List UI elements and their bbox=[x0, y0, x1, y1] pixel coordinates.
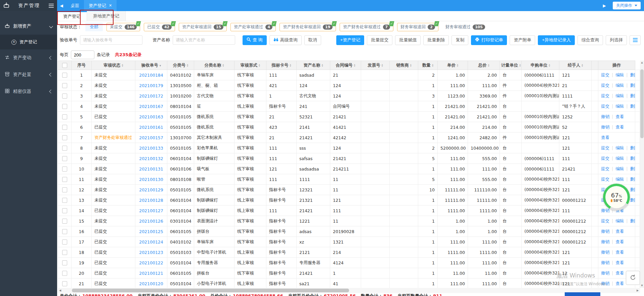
column-header[interactable]: 销售商▴▾▾ bbox=[390, 61, 418, 70]
tab-desktop[interactable]: 桌面 bbox=[66, 0, 84, 11]
row-checkbox[interactable] bbox=[62, 198, 67, 203]
row-checkbox[interactable] bbox=[62, 250, 67, 255]
column-header[interactable]: 序号▴▾▾ bbox=[72, 61, 92, 70]
batch-assign-button[interactable]: 批量赋值 bbox=[395, 35, 421, 45]
asset-name-input[interactable] bbox=[173, 35, 235, 45]
row-checkbox[interactable] bbox=[62, 260, 67, 265]
print-registration-button[interactable]: 打印登记单 bbox=[471, 35, 507, 45]
action-link[interactable]: 删除 bbox=[624, 156, 635, 161]
tabs-scroll-left-icon[interactable]: ◀ bbox=[57, 0, 66, 11]
column-header[interactable]: 经手人▴▾▾ bbox=[559, 61, 592, 70]
row-checkbox[interactable] bbox=[62, 114, 67, 119]
sort-icon[interactable]: ▴▾ bbox=[410, 64, 412, 67]
row-checkbox[interactable] bbox=[62, 156, 67, 161]
sort-icon[interactable]: ▴▾ bbox=[354, 64, 355, 67]
action-link[interactable]: 查看 bbox=[609, 250, 624, 255]
sidebar-item-asset-register[interactable]: + 资产登记 bbox=[0, 35, 57, 49]
status-filter-badge[interactable]: 未提交 146 ✓ bbox=[106, 23, 140, 31]
receipt-link[interactable]: 202100128 bbox=[139, 198, 163, 203]
action-link[interactable]: 编辑 bbox=[609, 93, 624, 98]
action-link[interactable]: 删除 bbox=[624, 166, 635, 171]
sort-icon[interactable]: ▴▾ bbox=[382, 64, 383, 67]
sort-icon[interactable]: ▴▾ bbox=[457, 64, 458, 67]
action-link[interactable]: 提交 bbox=[601, 156, 609, 161]
column-header[interactable]: 分类名称▴▾▾ bbox=[194, 61, 234, 70]
copy-button[interactable]: 复制 bbox=[452, 35, 468, 45]
close-icon[interactable]: ✕ bbox=[109, 3, 112, 8]
action-link[interactable]: 删除 bbox=[624, 93, 635, 98]
column-select-button[interactable]: 列选择 bbox=[606, 35, 627, 45]
sidebar-item-precision-instrument[interactable]: 精密仪器 bbox=[0, 83, 57, 100]
row-checkbox[interactable] bbox=[62, 177, 67, 182]
column-header[interactable]: 审核形式▴▾▾ bbox=[234, 61, 266, 70]
action-link[interactable]: 提交 bbox=[601, 145, 609, 150]
action-link[interactable]: 查看 bbox=[609, 114, 624, 119]
add-asset-button[interactable]: +资产登记 bbox=[336, 35, 364, 45]
receipt-link[interactable]: 202100133 bbox=[139, 146, 163, 151]
receipt-link[interactable]: 202100157 bbox=[139, 135, 163, 140]
advanced-query-button[interactable]: 高级查询 bbox=[269, 35, 302, 45]
screen-capture-widget[interactable]: 67% 58°C bbox=[603, 184, 630, 211]
action-link[interactable]: 删除 bbox=[624, 104, 635, 109]
sidebar-item-new-asset[interactable]: 新增资产 bbox=[0, 18, 57, 35]
receipt-link[interactable]: 202100125 bbox=[139, 229, 163, 234]
row-checkbox[interactable] bbox=[62, 73, 67, 78]
action-link[interactable]: 撤销 bbox=[601, 239, 609, 244]
column-header[interactable]: 申购单位▴▾▾ bbox=[522, 61, 559, 70]
receipt-link[interactable]: 202100126 bbox=[139, 219, 163, 224]
vertical-scroll-thumb[interactable] bbox=[640, 69, 644, 138]
status-filter-badge[interactable]: 财务审核退回 2 ✓ bbox=[397, 23, 438, 31]
action-link[interactable]: 删除 bbox=[624, 83, 635, 88]
receipt-link[interactable]: 202100172 bbox=[139, 94, 163, 99]
receipt-link[interactable]: 202100129 bbox=[139, 187, 163, 192]
vertical-scrollbar[interactable]: ▲ ▼ bbox=[640, 61, 644, 288]
sort-icon[interactable]: ▴▾ bbox=[259, 64, 260, 67]
sort-icon[interactable]: ▴▾ bbox=[321, 64, 323, 67]
action-link[interactable]: 提交 bbox=[601, 93, 609, 98]
status-filter-badge[interactable]: 资产财务处审核通过 7 ✓ bbox=[340, 23, 393, 31]
tabs-scroll-right-icon[interactable]: ▶ bbox=[600, 3, 609, 8]
column-header[interactable]: ▴▾▾ bbox=[592, 61, 598, 70]
row-checkbox[interactable] bbox=[62, 271, 67, 276]
row-checkbox[interactable] bbox=[62, 146, 67, 151]
sidebar-collapse-icon[interactable] bbox=[49, 4, 54, 8]
scroll-down-icon[interactable]: ▼ bbox=[640, 284, 644, 288]
row-checkbox[interactable] bbox=[62, 239, 67, 245]
status-filter-badge[interactable]: 资产处审核退回 15 ✓ bbox=[179, 23, 227, 31]
per-page-input[interactable] bbox=[71, 50, 94, 59]
receipt-link[interactable]: 202100121 bbox=[139, 271, 163, 276]
tab-asset-register[interactable]: 资产登记 ✕ bbox=[84, 0, 117, 11]
action-link[interactable]: 提交 bbox=[601, 166, 609, 171]
receipt-link[interactable]: 202100130 bbox=[139, 177, 163, 182]
action-link[interactable]: 撤销 bbox=[601, 229, 609, 234]
status-filter-badge[interactable]: 财务审核通过 105 ✓ bbox=[442, 23, 488, 31]
action-link[interactable]: 查看 bbox=[609, 239, 624, 244]
action-link[interactable]: 查看 bbox=[609, 260, 624, 265]
scroll-right-icon[interactable]: ▶ bbox=[635, 288, 640, 293]
row-checkbox[interactable] bbox=[62, 125, 67, 130]
action-link[interactable]: 删除 bbox=[624, 145, 635, 150]
row-checkbox[interactable] bbox=[62, 281, 67, 286]
sort-icon[interactable]: ▴▾ bbox=[488, 64, 489, 67]
sort-desc-icon[interactable]: ▾ bbox=[160, 64, 161, 67]
action-link[interactable]: 提交 bbox=[601, 218, 609, 223]
action-link[interactable]: 删除 bbox=[624, 72, 635, 77]
receipt-link[interactable]: 202100123 bbox=[139, 250, 163, 255]
subtab-asset-register[interactable]: 资产登记 bbox=[57, 11, 87, 21]
sort-icon[interactable]: ▴▾ bbox=[582, 64, 583, 67]
action-link[interactable]: 编辑 bbox=[609, 72, 624, 77]
combined-query-button[interactable]: 综合查询 bbox=[577, 35, 603, 45]
column-header[interactable]: 分类号▴▾▾ bbox=[167, 61, 194, 70]
action-link[interactable]: 编辑 bbox=[609, 218, 624, 223]
column-header[interactable]: 指标卡号▴▾▾ bbox=[266, 61, 297, 70]
sort-icon[interactable]: ▴▾ bbox=[122, 64, 123, 67]
filter-all[interactable]: 全部 bbox=[85, 23, 103, 31]
action-link[interactable]: 查看 bbox=[609, 229, 624, 234]
action-link[interactable]: 编辑 bbox=[609, 83, 624, 88]
action-link[interactable]: 提交 bbox=[601, 83, 609, 88]
action-link[interactable]: 编辑 bbox=[609, 156, 624, 161]
action-link[interactable]: 撤销 bbox=[601, 281, 609, 286]
row-checkbox[interactable] bbox=[62, 166, 67, 172]
horizontal-scrollbar[interactable]: ◀ ▶ bbox=[58, 288, 640, 293]
action-link[interactable]: 撤销 bbox=[601, 260, 609, 265]
